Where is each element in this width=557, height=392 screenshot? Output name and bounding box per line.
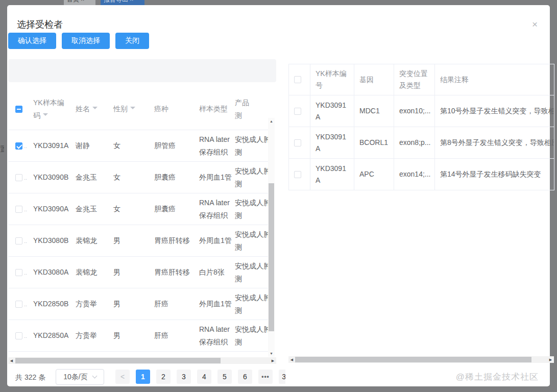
table-row[interactable]: .. YKD3091A 谢静 女 胆管癌 RNA later 保存组织 安悦成人…	[8, 130, 268, 162]
scrollbar-thumb[interactable]	[269, 183, 274, 331]
sort-caret-icon[interactable]	[43, 113, 48, 118]
col-gene: 基因	[354, 64, 394, 95]
scroll-left-icon[interactable]: ◀	[8, 357, 15, 364]
row-checkbox[interactable]	[15, 206, 22, 213]
close-icon[interactable]: ×	[532, 19, 538, 29]
table-row[interactable]: .. YKD2850A 方贵举 男 肝癌 RNA later 保存组织 安悦成人…	[8, 320, 268, 352]
sort-caret-icon[interactable]	[92, 107, 98, 112]
horizontal-scrollbar-right[interactable]: ◀ ▶	[288, 356, 554, 363]
scroll-right-icon[interactable]: ▶	[547, 356, 554, 363]
background-clipped-text: 置	[0, 145, 4, 154]
scrollbar-thumb[interactable]	[295, 357, 531, 362]
select-examinee-dialog: 选择受检者 × 确认选择 取消选择 关闭 YK样本编 码 姓名 性别 癌种 样本…	[7, 5, 550, 386]
scrollbar-thumb[interactable]	[15, 358, 221, 363]
col-result-note: 结果注释	[435, 64, 554, 95]
row-checkbox[interactable]	[294, 171, 301, 178]
horizontal-scrollbar-left[interactable]: ◀ ▶	[8, 357, 276, 364]
table-row[interactable]: .. YKD3090B 金兆玉 女 胆囊癌 外周血1管 安悦成人肿 测	[8, 162, 268, 193]
examinee-table-header: YK样本编 码 姓名 性别 癌种 样本类型 产品 测	[8, 88, 268, 130]
scroll-down-icon[interactable]: ▼	[268, 350, 275, 357]
table-row[interactable]: YKD3091 A BCORL1 exon8;p... 第8号外显子发生错义突变…	[289, 127, 554, 159]
watermark: @稀土掘金技术社区	[456, 371, 539, 383]
col-sample-type: 样本类型	[199, 103, 235, 115]
table-row[interactable]: .. YKD2850B 方贵举 男 肝癌 外周血1管 安悦成人肿 测	[8, 288, 268, 320]
row-checkbox[interactable]	[294, 139, 301, 146]
examinee-table: YK样本编 码 姓名 性别 癌种 样本类型 产品 测 .. YKD3091A 谢…	[8, 88, 268, 352]
tab-close-icon: ×	[130, 0, 133, 3]
row-checkbox[interactable]	[15, 269, 22, 276]
mutation-table: YK样本编 号 基因 突变位置 及类型 结果注释 YKD3091 A MDC1 …	[288, 64, 554, 190]
select-all-checkbox[interactable]	[294, 76, 301, 83]
col-gender[interactable]: 性别	[113, 103, 154, 115]
close-button[interactable]: 关闭	[115, 33, 149, 49]
page-button-5[interactable]: 5	[217, 370, 232, 384]
scroll-right-icon[interactable]: ▶	[270, 357, 276, 364]
table-row[interactable]: YKD3091 A MDC1 exon10;... 第10号外显子发生错义突变，…	[289, 95, 554, 127]
table-row[interactable]: .. YKD3080A 裴锦龙 男 胃癌肝转移 白片8张 安悦成人肿 测	[8, 257, 268, 288]
tab-report-export[interactable]: 报告导出 ×	[101, 0, 144, 5]
page-button-4[interactable]: 4	[197, 370, 211, 384]
background-tab-bar: 首页 × 报告导出 ×	[0, 0, 557, 5]
select-all-checkbox[interactable]	[15, 106, 22, 113]
vertical-scrollbar[interactable]: ▲ ▼	[268, 118, 275, 357]
col-cancer: 癌种	[154, 103, 199, 115]
scroll-up-icon[interactable]: ▲	[268, 118, 275, 125]
col-mutation: 突变位置 及类型	[394, 64, 435, 95]
table-row[interactable]: .. YKD3090A 金兆玉 女 胆囊癌 RNA later 保存组织 安悦成…	[8, 193, 268, 225]
tab-close-icon: ×	[81, 0, 84, 3]
dialog-actions: 确认选择 取消选择 关闭	[8, 33, 149, 49]
col-sample-code: YK样本编 号	[310, 64, 354, 95]
page-button-2[interactable]: 2	[156, 370, 171, 384]
row-checkbox[interactable]	[15, 301, 22, 308]
table-row[interactable]: YKD3091 A APC exon14;... 第14号外显子发生移码缺失突变	[289, 159, 554, 190]
last-page-button[interactable]: 33	[279, 370, 285, 384]
page-button-1[interactable]: 1	[136, 370, 150, 384]
row-checkbox[interactable]	[15, 174, 22, 181]
total-count: 共 322 条	[15, 373, 45, 382]
mutation-table-header: YK样本编 号 基因 突变位置 及类型 结果注释	[289, 64, 554, 95]
page-button-3[interactable]: 3	[177, 370, 191, 384]
col-name[interactable]: 姓名	[76, 103, 113, 115]
row-checkbox[interactable]	[294, 108, 301, 115]
examinee-panel: YK样本编 码 姓名 性别 癌种 样本类型 产品 测 .. YKD3091A 谢…	[8, 59, 277, 363]
page-button-6[interactable]: 6	[238, 370, 252, 384]
row-checkbox[interactable]	[15, 332, 22, 339]
tab-home[interactable]: 首页 ×	[64, 0, 95, 5]
confirm-selection-button[interactable]: 确认选择	[8, 33, 56, 49]
dialog-title: 选择受检者	[17, 18, 63, 31]
cancel-selection-button[interactable]: 取消选择	[62, 33, 110, 49]
chevron-down-icon	[92, 374, 97, 379]
page-buttons: < 1 2 3 4 5 6 ••• 33	[115, 370, 285, 384]
col-sample-code[interactable]: YK样本编 码	[33, 96, 76, 122]
col-product: 产品 测	[235, 96, 268, 122]
page-size-select[interactable]: 10条/页	[56, 369, 104, 385]
filter-bar	[8, 59, 276, 82]
sort-caret-icon[interactable]	[130, 107, 135, 112]
scroll-left-icon[interactable]: ◀	[288, 356, 295, 363]
row-checkbox[interactable]	[15, 142, 22, 150]
more-pages-button[interactable]: •••	[258, 370, 273, 384]
prev-page-button[interactable]: <	[115, 370, 130, 384]
table-row[interactable]: .. YKD3080B 裴锦龙 男 胃癌肝转移 外周血1管 安悦成人肿 测	[8, 225, 268, 257]
row-checkbox[interactable]	[15, 237, 22, 244]
pagination: 共 322 条 10条/页 < 1 2 3 4 5 6 ••• 33	[15, 369, 285, 386]
